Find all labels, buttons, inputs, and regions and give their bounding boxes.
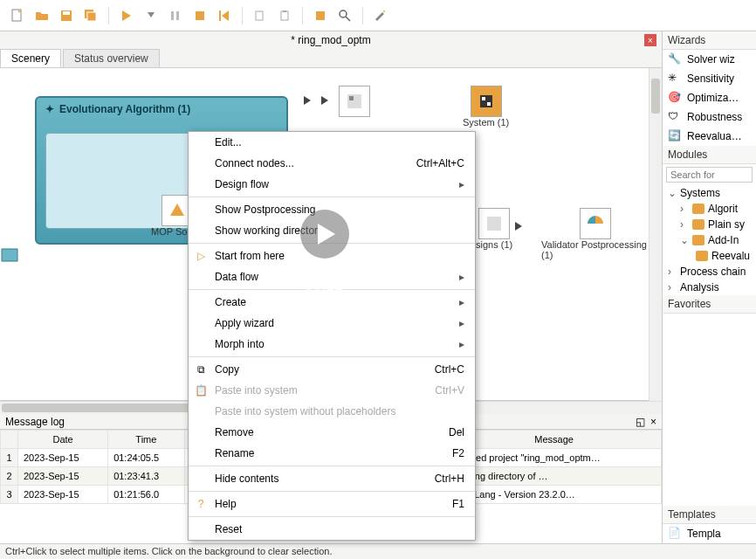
- tabs-row: Scenery Status overview: [0, 49, 662, 68]
- document-title-bar: * ring_mod_optm ×: [0, 31, 662, 49]
- wizards-panel-title: Wizards: [663, 31, 756, 50]
- folder-icon: [692, 204, 704, 214]
- context-menu: Edit... Connect nodes...Ctrl+Alt+C Desig…: [188, 131, 476, 541]
- rewind-icon[interactable]: [214, 5, 235, 26]
- play-icon: ▷: [194, 250, 208, 262]
- canvas-vertical-scrollbar[interactable]: [649, 68, 662, 401]
- wizard-icon[interactable]: [370, 5, 391, 26]
- robustness-icon: 🛡: [668, 110, 682, 124]
- fit-icon[interactable]: [310, 5, 331, 26]
- ctx-design-flow[interactable]: Design flow▸: [189, 174, 475, 195]
- signs-node[interactable]: signs (1): [476, 208, 512, 250]
- document-title: * ring_mod_optm: [291, 34, 370, 46]
- svg-rect-10: [281, 11, 288, 20]
- svg-rect-6: [176, 11, 179, 20]
- solver-icon: 🔧: [668, 52, 682, 66]
- svg-point-13: [340, 10, 347, 17]
- node-block[interactable]: [339, 86, 370, 117]
- pause-icon[interactable]: [165, 5, 186, 26]
- templates-panel-title: Templates: [663, 506, 756, 524]
- tree-process-chain[interactable]: ›Process chain: [663, 264, 756, 280]
- folder-icon: [692, 235, 704, 245]
- ctx-edit[interactable]: Edit...: [189, 132, 475, 153]
- svg-rect-16: [2, 249, 17, 261]
- svg-rect-21: [487, 102, 491, 106]
- tree-reevaluation[interactable]: Reevalu: [663, 248, 756, 264]
- copy-icon[interactable]: [250, 5, 271, 26]
- tab-scenery[interactable]: Scenery: [0, 49, 61, 67]
- ctx-copy[interactable]: ⧉CopyCtrl+C: [189, 359, 475, 380]
- paste-icon[interactable]: [274, 5, 295, 26]
- tree-systems[interactable]: ⌄Systems: [663, 185, 756, 201]
- msglog-close-icon[interactable]: ×: [650, 416, 656, 428]
- tree-addin[interactable]: ⌄Add-In: [663, 232, 756, 248]
- favorites-panel-title: Favorites: [663, 295, 756, 314]
- svg-rect-12: [316, 11, 325, 20]
- video-play-button[interactable]: [300, 210, 349, 259]
- new-file-icon[interactable]: [7, 5, 28, 26]
- ctx-help[interactable]: ?HelpF1: [189, 493, 475, 514]
- svg-rect-20: [482, 97, 485, 100]
- document-close-icon[interactable]: ×: [644, 34, 656, 46]
- connector-arrow-icon: [304, 96, 311, 105]
- reevaluation-icon: 🔄: [668, 129, 682, 143]
- svg-rect-9: [256, 11, 263, 20]
- tab-status-overview[interactable]: Status overview: [63, 49, 160, 67]
- ctx-apply-wizard[interactable]: Apply wizard▸: [189, 313, 475, 334]
- main-toolbar: [0, 0, 756, 31]
- sensitivity-icon: ✳: [668, 72, 682, 86]
- open-folder-icon[interactable]: [31, 5, 52, 26]
- wand-icon: ✦: [45, 103, 54, 115]
- tree-analysis[interactable]: ›Analysis: [663, 280, 756, 295]
- svg-rect-11: [283, 10, 286, 12]
- tree-plain-system[interactable]: ›Plain sy: [663, 217, 756, 232]
- ctx-reset[interactable]: Reset: [189, 519, 475, 540]
- svg-rect-8: [219, 10, 221, 21]
- svg-line-14: [346, 17, 350, 21]
- video-timestamp: 00:22: [305, 276, 344, 294]
- system-node[interactable]: System (1): [463, 86, 509, 128]
- ctx-connect-nodes[interactable]: Connect nodes...Ctrl+Alt+C: [189, 153, 475, 174]
- svg-rect-2: [63, 11, 70, 15]
- wizard-sensitivity[interactable]: ✳Sensitivity: [663, 69, 756, 88]
- save-all-icon[interactable]: [80, 5, 101, 26]
- svg-rect-5: [171, 11, 174, 20]
- run-icon[interactable]: [116, 5, 137, 26]
- tree-algorithm[interactable]: ›Algorit: [663, 201, 756, 217]
- stop-icon[interactable]: [189, 5, 210, 26]
- template-icon: 📄: [668, 527, 682, 541]
- wizard-optimization[interactable]: 🎯Optimiza…: [663, 88, 756, 107]
- wizard-reevaluation[interactable]: 🔄Reevalua…: [663, 127, 756, 146]
- ctx-remove[interactable]: RemoveDel: [189, 422, 475, 443]
- svg-rect-22: [487, 217, 501, 231]
- save-icon[interactable]: [56, 5, 77, 26]
- help-icon: ?: [194, 498, 208, 510]
- ctx-rename[interactable]: RenameF2: [189, 443, 475, 464]
- canvas-connector-icon: [0, 247, 19, 266]
- ctx-morph-into[interactable]: Morph into▸: [189, 334, 475, 355]
- svg-rect-7: [196, 11, 204, 20]
- wizard-robustness[interactable]: 🛡Robustness: [663, 107, 756, 127]
- ctx-create[interactable]: Create▸: [189, 292, 475, 313]
- optimization-icon: 🎯: [668, 91, 682, 105]
- right-sidebar: Wizards 🔧Solver wiz ✳Sensitivity 🎯Optimi…: [662, 31, 756, 543]
- modules-panel-title: Modules: [663, 146, 756, 164]
- wizard-solver[interactable]: 🔧Solver wiz: [663, 50, 756, 69]
- run-menu-icon[interactable]: [141, 5, 162, 26]
- validator-postprocessing-node[interactable]: Validator Postprocessing (1): [541, 208, 649, 260]
- svg-rect-4: [87, 12, 96, 21]
- zoom-icon[interactable]: [334, 5, 355, 26]
- modules-search-input[interactable]: [666, 167, 753, 183]
- template-item[interactable]: 📄Templa: [663, 524, 756, 543]
- folder-icon: [696, 251, 708, 261]
- copy-icon: ⧉: [194, 363, 208, 376]
- connector-arrow-icon: [515, 222, 522, 231]
- ctx-paste-into-system: 📋Paste into systemCtrl+V: [189, 380, 475, 401]
- ctx-hide-contents[interactable]: Hide contentsCtrl+H: [189, 468, 475, 489]
- svg-rect-18: [349, 96, 354, 100]
- msglog-dock-icon[interactable]: ◱: [636, 416, 645, 428]
- status-bar: Ctrl+Click to select multiple items. Cli…: [0, 543, 756, 559]
- folder-icon: [692, 219, 704, 230]
- connector-arrow-icon: [321, 96, 328, 105]
- ctx-paste-without-placeholders: Paste into system without placeholders: [189, 401, 475, 422]
